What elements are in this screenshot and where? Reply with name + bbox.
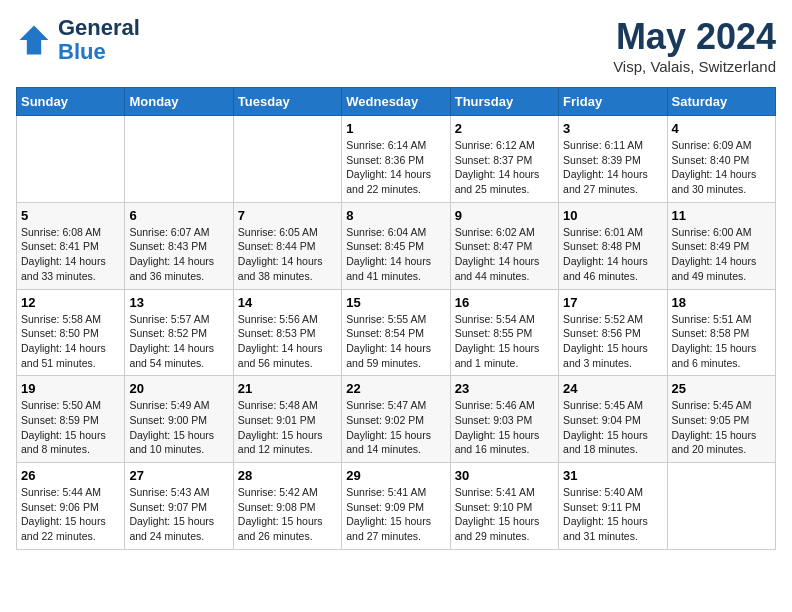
logo-icon xyxy=(16,22,52,58)
calendar-cell xyxy=(667,463,775,550)
day-number: 10 xyxy=(563,208,662,223)
day-header: Monday xyxy=(125,88,233,116)
day-header: Tuesday xyxy=(233,88,341,116)
day-info: Sunrise: 5:56 AM Sunset: 8:53 PM Dayligh… xyxy=(238,312,337,371)
day-info: Sunrise: 5:46 AM Sunset: 9:03 PM Dayligh… xyxy=(455,398,554,457)
day-number: 11 xyxy=(672,208,771,223)
day-header: Wednesday xyxy=(342,88,450,116)
day-info: Sunrise: 5:58 AM Sunset: 8:50 PM Dayligh… xyxy=(21,312,120,371)
calendar-cell: 30Sunrise: 5:41 AM Sunset: 9:10 PM Dayli… xyxy=(450,463,558,550)
day-info: Sunrise: 6:08 AM Sunset: 8:41 PM Dayligh… xyxy=(21,225,120,284)
calendar-week-row: 5Sunrise: 6:08 AM Sunset: 8:41 PM Daylig… xyxy=(17,202,776,289)
calendar-week-row: 12Sunrise: 5:58 AM Sunset: 8:50 PM Dayli… xyxy=(17,289,776,376)
calendar-cell: 29Sunrise: 5:41 AM Sunset: 9:09 PM Dayli… xyxy=(342,463,450,550)
day-info: Sunrise: 6:00 AM Sunset: 8:49 PM Dayligh… xyxy=(672,225,771,284)
day-info: Sunrise: 6:14 AM Sunset: 8:36 PM Dayligh… xyxy=(346,138,445,197)
calendar-cell: 26Sunrise: 5:44 AM Sunset: 9:06 PM Dayli… xyxy=(17,463,125,550)
day-info: Sunrise: 5:49 AM Sunset: 9:00 PM Dayligh… xyxy=(129,398,228,457)
calendar-cell: 15Sunrise: 5:55 AM Sunset: 8:54 PM Dayli… xyxy=(342,289,450,376)
day-number: 16 xyxy=(455,295,554,310)
day-info: Sunrise: 5:40 AM Sunset: 9:11 PM Dayligh… xyxy=(563,485,662,544)
calendar-cell: 1Sunrise: 6:14 AM Sunset: 8:36 PM Daylig… xyxy=(342,116,450,203)
calendar-week-row: 26Sunrise: 5:44 AM Sunset: 9:06 PM Dayli… xyxy=(17,463,776,550)
calendar-cell: 13Sunrise: 5:57 AM Sunset: 8:52 PM Dayli… xyxy=(125,289,233,376)
day-info: Sunrise: 6:11 AM Sunset: 8:39 PM Dayligh… xyxy=(563,138,662,197)
day-number: 19 xyxy=(21,381,120,396)
day-number: 7 xyxy=(238,208,337,223)
day-number: 9 xyxy=(455,208,554,223)
day-header: Sunday xyxy=(17,88,125,116)
day-header: Friday xyxy=(559,88,667,116)
calendar-cell: 6Sunrise: 6:07 AM Sunset: 8:43 PM Daylig… xyxy=(125,202,233,289)
day-number: 12 xyxy=(21,295,120,310)
calendar-cell: 9Sunrise: 6:02 AM Sunset: 8:47 PM Daylig… xyxy=(450,202,558,289)
calendar-cell: 27Sunrise: 5:43 AM Sunset: 9:07 PM Dayli… xyxy=(125,463,233,550)
day-number: 31 xyxy=(563,468,662,483)
day-number: 15 xyxy=(346,295,445,310)
calendar-body: 1Sunrise: 6:14 AM Sunset: 8:36 PM Daylig… xyxy=(17,116,776,550)
calendar-cell: 3Sunrise: 6:11 AM Sunset: 8:39 PM Daylig… xyxy=(559,116,667,203)
logo-general: General xyxy=(58,15,140,40)
day-info: Sunrise: 6:05 AM Sunset: 8:44 PM Dayligh… xyxy=(238,225,337,284)
page-header: General Blue May 2024 Visp, Valais, Swit… xyxy=(16,16,776,75)
day-info: Sunrise: 5:51 AM Sunset: 8:58 PM Dayligh… xyxy=(672,312,771,371)
calendar-cell: 10Sunrise: 6:01 AM Sunset: 8:48 PM Dayli… xyxy=(559,202,667,289)
day-number: 13 xyxy=(129,295,228,310)
day-info: Sunrise: 5:43 AM Sunset: 9:07 PM Dayligh… xyxy=(129,485,228,544)
calendar-cell xyxy=(233,116,341,203)
day-number: 1 xyxy=(346,121,445,136)
day-number: 26 xyxy=(21,468,120,483)
calendar-week-row: 19Sunrise: 5:50 AM Sunset: 8:59 PM Dayli… xyxy=(17,376,776,463)
day-number: 23 xyxy=(455,381,554,396)
logo-text: General Blue xyxy=(58,16,140,64)
title-block: May 2024 Visp, Valais, Switzerland xyxy=(613,16,776,75)
calendar-cell: 21Sunrise: 5:48 AM Sunset: 9:01 PM Dayli… xyxy=(233,376,341,463)
day-info: Sunrise: 5:41 AM Sunset: 9:10 PM Dayligh… xyxy=(455,485,554,544)
day-info: Sunrise: 5:47 AM Sunset: 9:02 PM Dayligh… xyxy=(346,398,445,457)
day-number: 27 xyxy=(129,468,228,483)
calendar-cell: 4Sunrise: 6:09 AM Sunset: 8:40 PM Daylig… xyxy=(667,116,775,203)
day-info: Sunrise: 5:54 AM Sunset: 8:55 PM Dayligh… xyxy=(455,312,554,371)
day-info: Sunrise: 5:52 AM Sunset: 8:56 PM Dayligh… xyxy=(563,312,662,371)
calendar-cell: 11Sunrise: 6:00 AM Sunset: 8:49 PM Dayli… xyxy=(667,202,775,289)
main-title: May 2024 xyxy=(613,16,776,58)
logo-blue: Blue xyxy=(58,39,106,64)
day-number: 8 xyxy=(346,208,445,223)
day-header: Thursday xyxy=(450,88,558,116)
day-info: Sunrise: 5:50 AM Sunset: 8:59 PM Dayligh… xyxy=(21,398,120,457)
day-info: Sunrise: 6:02 AM Sunset: 8:47 PM Dayligh… xyxy=(455,225,554,284)
day-info: Sunrise: 5:57 AM Sunset: 8:52 PM Dayligh… xyxy=(129,312,228,371)
calendar-cell: 19Sunrise: 5:50 AM Sunset: 8:59 PM Dayli… xyxy=(17,376,125,463)
day-number: 14 xyxy=(238,295,337,310)
calendar-cell: 17Sunrise: 5:52 AM Sunset: 8:56 PM Dayli… xyxy=(559,289,667,376)
calendar-cell: 24Sunrise: 5:45 AM Sunset: 9:04 PM Dayli… xyxy=(559,376,667,463)
svg-marker-0 xyxy=(20,26,49,55)
day-info: Sunrise: 6:12 AM Sunset: 8:37 PM Dayligh… xyxy=(455,138,554,197)
day-number: 4 xyxy=(672,121,771,136)
calendar-cell: 5Sunrise: 6:08 AM Sunset: 8:41 PM Daylig… xyxy=(17,202,125,289)
calendar-cell: 14Sunrise: 5:56 AM Sunset: 8:53 PM Dayli… xyxy=(233,289,341,376)
day-number: 25 xyxy=(672,381,771,396)
day-info: Sunrise: 6:09 AM Sunset: 8:40 PM Dayligh… xyxy=(672,138,771,197)
day-info: Sunrise: 5:44 AM Sunset: 9:06 PM Dayligh… xyxy=(21,485,120,544)
day-header: Saturday xyxy=(667,88,775,116)
calendar-cell: 16Sunrise: 5:54 AM Sunset: 8:55 PM Dayli… xyxy=(450,289,558,376)
day-info: Sunrise: 6:04 AM Sunset: 8:45 PM Dayligh… xyxy=(346,225,445,284)
calendar-cell xyxy=(17,116,125,203)
day-info: Sunrise: 5:45 AM Sunset: 9:04 PM Dayligh… xyxy=(563,398,662,457)
day-number: 17 xyxy=(563,295,662,310)
day-info: Sunrise: 5:42 AM Sunset: 9:08 PM Dayligh… xyxy=(238,485,337,544)
day-info: Sunrise: 5:41 AM Sunset: 9:09 PM Dayligh… xyxy=(346,485,445,544)
day-info: Sunrise: 5:55 AM Sunset: 8:54 PM Dayligh… xyxy=(346,312,445,371)
day-number: 6 xyxy=(129,208,228,223)
day-info: Sunrise: 6:07 AM Sunset: 8:43 PM Dayligh… xyxy=(129,225,228,284)
day-number: 24 xyxy=(563,381,662,396)
calendar-cell xyxy=(125,116,233,203)
calendar-cell: 2Sunrise: 6:12 AM Sunset: 8:37 PM Daylig… xyxy=(450,116,558,203)
day-info: Sunrise: 6:01 AM Sunset: 8:48 PM Dayligh… xyxy=(563,225,662,284)
day-number: 22 xyxy=(346,381,445,396)
calendar-header: SundayMondayTuesdayWednesdayThursdayFrid… xyxy=(17,88,776,116)
day-number: 3 xyxy=(563,121,662,136)
calendar-cell: 7Sunrise: 6:05 AM Sunset: 8:44 PM Daylig… xyxy=(233,202,341,289)
calendar-cell: 22Sunrise: 5:47 AM Sunset: 9:02 PM Dayli… xyxy=(342,376,450,463)
